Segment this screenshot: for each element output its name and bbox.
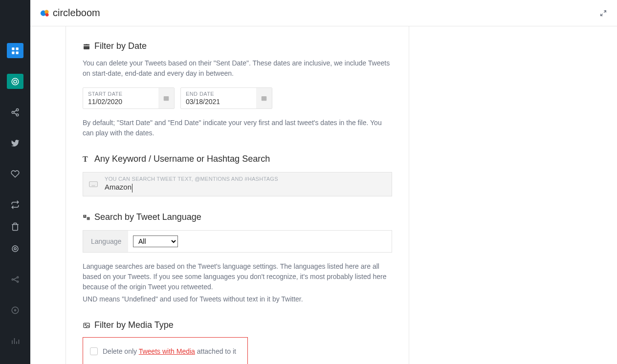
target-icon: [11, 77, 20, 86]
media-opt-with-text: Delete only Tweets with Media attached t…: [103, 347, 236, 355]
brand-logo[interactable]: circleboom: [40, 7, 100, 19]
section-title-date: Filter by Date: [83, 41, 392, 51]
grid-icon: [11, 46, 20, 55]
filter-card: Filter by Date You can delete your Tweet…: [66, 26, 409, 364]
sidebar: [0, 0, 30, 364]
sidebar-item-share[interactable]: [7, 105, 23, 120]
section-title-language: A Search by Tweet Language: [83, 212, 392, 222]
keyword-placeholder: YOU CAN SEARCH TWEET TEXT, @MENTIONS AND…: [105, 176, 386, 182]
globe-icon: [11, 244, 20, 253]
svg-point-12: [17, 277, 19, 278]
svg-rect-22: [84, 45, 89, 46]
start-date-label: START DATE: [88, 91, 154, 97]
share-icon: [11, 108, 20, 117]
sidebar-item-delete[interactable]: [7, 219, 23, 234]
calendar-icon: [261, 95, 267, 102]
end-date-picker-button[interactable]: [256, 88, 272, 108]
network-icon: [11, 275, 20, 284]
svg-point-8: [16, 114, 19, 116]
bars-icon: [11, 337, 20, 345]
svg-point-7: [12, 111, 14, 113]
main-scroll[interactable]: Filter by Date You can delete your Tweet…: [30, 26, 617, 364]
svg-rect-23: [164, 96, 169, 101]
section-title-media-text: Filter by Media Type: [94, 320, 174, 330]
date-description: You can delete your Tweets based on thei…: [83, 58, 392, 79]
svg-rect-0: [12, 47, 14, 50]
section-media-type: Filter by Media Type Delete only Tweets …: [83, 320, 392, 364]
svg-rect-1: [16, 47, 19, 50]
heart-icon: [11, 170, 20, 178]
svg-rect-3: [16, 51, 19, 54]
section-language: A Search by Tweet Language Language All …: [83, 212, 392, 304]
svg-point-4: [12, 78, 19, 85]
media-opt-with[interactable]: Delete only Tweets with Media attached t…: [90, 344, 241, 358]
start-date-value: 11/02/2020: [88, 98, 154, 106]
media-type-options-box: Delete only Tweets with Media attached t…: [83, 337, 248, 364]
section-title-keyword: T Any Keyword / Username or Hashtag Sear…: [83, 154, 392, 164]
sidebar-item-archive[interactable]: [7, 241, 23, 256]
fullscreen-icon[interactable]: [599, 9, 607, 17]
calendar-icon: [163, 95, 170, 102]
section-title-media: Filter by Media Type: [83, 320, 392, 330]
date-range-row: START DATE 11/02/2020 END DATE 03/18/202…: [83, 87, 392, 109]
end-date-value: 03/18/2021: [186, 98, 251, 106]
sidebar-item-network[interactable]: [7, 272, 23, 287]
sidebar-item-publish[interactable]: [7, 74, 23, 89]
topbar: circleboom: [30, 0, 617, 26]
section-title-language-text: Search by Tweet Language: [94, 212, 201, 222]
svg-point-6: [16, 108, 19, 111]
svg-rect-27: [87, 217, 90, 220]
section-filter-by-date: Filter by Date You can delete your Tweet…: [83, 41, 392, 138]
language-row: Language All: [83, 230, 392, 253]
svg-rect-24: [262, 96, 267, 101]
section-keyword-search: T Any Keyword / Username or Hashtag Sear…: [83, 154, 392, 196]
svg-rect-19: [84, 44, 89, 49]
brand-name: circleboom: [53, 7, 100, 19]
disc-icon: [11, 306, 20, 315]
svg-point-15: [15, 309, 16, 311]
start-date-picker-button[interactable]: [158, 88, 174, 108]
svg-rect-2: [12, 51, 14, 54]
sidebar-item-retweets[interactable]: [7, 197, 23, 212]
logo-mark-icon: [40, 8, 50, 18]
sidebar-item-dashboard[interactable]: [7, 43, 23, 58]
retweet-icon: [11, 200, 20, 209]
media-opt-without[interactable]: Delete only Tweets without any Media att…: [90, 361, 241, 364]
keyword-search-input[interactable]: YOU CAN SEARCH TWEET TEXT, @MENTIONS AND…: [83, 172, 392, 196]
section-title-date-text: Filter by Date: [94, 41, 147, 51]
checkbox-with-media[interactable]: [90, 347, 98, 355]
svg-point-9: [12, 246, 18, 252]
trash-icon: [11, 222, 20, 231]
end-date-field[interactable]: END DATE 03/18/2021: [180, 87, 272, 109]
start-date-field[interactable]: START DATE 11/02/2020: [83, 87, 175, 109]
language-select[interactable]: All: [133, 236, 178, 247]
section-title-keyword-text: Any Keyword / Username or Hashtag Search: [94, 154, 270, 164]
svg-rect-21: [88, 43, 88, 44]
keyboard-icon: [89, 181, 98, 188]
svg-point-10: [14, 247, 17, 250]
language-description: Language searches are based on the Tweet…: [83, 261, 392, 292]
twitter-icon: [11, 139, 20, 148]
end-date-label: END DATE: [186, 91, 251, 97]
image-icon: [83, 321, 90, 329]
language-description-2: UND means "Undefined" and used for Tweet…: [83, 294, 392, 304]
text-icon: T: [83, 155, 90, 163]
svg-rect-25: [89, 182, 98, 187]
svg-point-13: [17, 281, 19, 282]
svg-point-18: [45, 13, 49, 17]
svg-point-5: [14, 80, 17, 83]
svg-rect-20: [85, 43, 85, 44]
date-note: By default; "Start Date" and "End Date" …: [83, 118, 392, 138]
sidebar-item-record[interactable]: [7, 302, 23, 318]
svg-point-30: [85, 324, 87, 325]
keyword-value: Amazon: [105, 183, 386, 192]
language-icon: A: [83, 214, 90, 221]
sidebar-item-twitter[interactable]: [7, 135, 23, 150]
tweets-with-media-link[interactable]: Tweets with Media: [139, 347, 195, 355]
sidebar-item-analytics[interactable]: [7, 333, 23, 348]
calendar-icon: [83, 43, 90, 50]
svg-point-11: [12, 278, 13, 280]
language-label: Language: [83, 231, 128, 252]
sidebar-item-likes[interactable]: [7, 166, 23, 181]
svg-point-14: [12, 307, 19, 314]
